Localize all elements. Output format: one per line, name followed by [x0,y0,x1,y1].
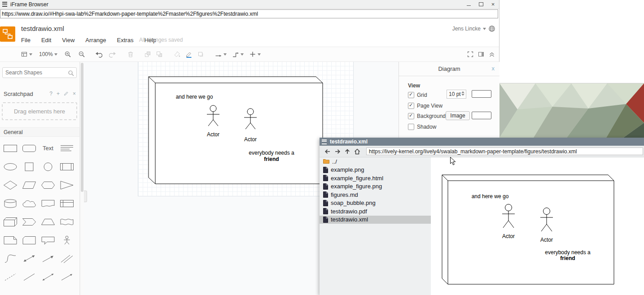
shape-square[interactable] [20,157,39,176]
format-panel-close-button[interactable]: x [492,65,495,72]
background-checkbox[interactable] [408,113,414,119]
shape-process[interactable] [57,157,76,176]
file-testdrawio.pdf[interactable]: testdrawio.pdf [320,207,431,216]
menu-extras[interactable]: Extras [117,37,134,43]
shape-arrow[interactable] [39,249,57,268]
delete-button[interactable] [127,51,134,58]
shape-directional-connector[interactable] [57,268,76,286]
file-testdrawio.xml[interactable]: testdrawio.xml [320,216,431,224]
note-label[interactable]: and here we go [176,94,213,100]
file-browser-address-bar[interactable] [366,148,643,155]
search-input[interactable] [3,68,68,77]
shape-ellipse[interactable] [1,157,20,176]
waypoints-button[interactable] [232,51,244,58]
shape-tape[interactable] [57,213,76,231]
actor2-label[interactable]: Actor [244,136,257,143]
shape-text[interactable]: Text [39,139,57,157]
collapse-toolbar-button[interactable] [488,51,495,58]
grid-color-swatch[interactable] [472,90,491,98]
scratchpad-add-button[interactable]: + [57,91,60,97]
shadow-checkbox[interactable] [408,124,414,130]
file-example-figure.html[interactable]: example_figure.html [320,174,431,182]
menu-edit[interactable]: Edit [41,37,51,43]
shape-bidirectional-arrow[interactable] [20,249,39,268]
shape-diamond[interactable] [1,176,20,194]
fullscreen-button[interactable] [467,51,474,58]
scratchpad-close-button[interactable]: × [73,91,76,97]
shape-hexagon[interactable] [39,176,57,194]
shape-link[interactable] [57,249,76,268]
maximize-button[interactable] [475,0,487,9]
shape-cylinder[interactable] [1,194,20,213]
shape-internal-storage[interactable] [57,194,76,213]
scratchpad-drop-zone[interactable]: Drag elements here [2,102,77,120]
connection-button[interactable] [215,51,227,58]
line-color-button[interactable] [185,51,193,58]
back-button[interactable] [323,147,332,156]
scratchpad-help-button[interactable]: ? [49,91,53,97]
page-view-selector-button[interactable] [21,51,32,58]
sidebar-collapse-handle[interactable] [84,191,87,202]
shape-curve[interactable] [1,249,20,268]
minimize-button[interactable] [463,0,475,9]
shape-card[interactable] [20,231,39,249]
globe-icon[interactable] [488,25,495,32]
shape-actor[interactable] [57,231,76,249]
hamburger-icon[interactable] [322,139,327,144]
up-button[interactable] [343,147,352,156]
file-example.png[interactable]: example.png [320,166,431,174]
shape-cloud[interactable] [20,194,39,213]
shape-line[interactable] [20,268,39,286]
scratchpad-edit-button[interactable] [64,91,69,97]
file-..-[interactable]: ../ [320,157,431,166]
caption-line1[interactable]: everybody needs a [249,150,294,156]
user-menu[interactable]: Jens Lincke [452,25,495,32]
format-panel-toggle-button[interactable] [478,51,485,58]
stepper-arrows-icon[interactable] [461,91,466,98]
shape-document[interactable] [39,194,57,213]
menu-arrange[interactable]: Arrange [85,37,106,43]
page-view-checkbox[interactable] [408,103,414,109]
file-figures.md[interactable]: figures.md [320,191,431,199]
shape-trapezoid[interactable] [39,213,57,231]
to-back-button[interactable] [156,51,163,58]
to-front-button[interactable] [144,51,151,58]
shape-parallelogram[interactable] [20,176,39,194]
shape-rounded-rectangle[interactable] [20,139,39,157]
shape-triangle[interactable] [57,176,76,194]
menu-view[interactable]: View [62,37,74,43]
cube-shape[interactable] [149,77,323,184]
shape-callout[interactable] [39,231,57,249]
shape-note[interactable] [1,231,20,249]
insert-button[interactable] [249,51,261,58]
undo-button[interactable] [95,51,102,58]
background-image-button[interactable]: Image [446,111,470,120]
forward-button[interactable] [333,147,342,156]
shadow-button[interactable] [197,51,204,58]
shape-textbox[interactable] [57,139,76,157]
section-general[interactable]: General [0,127,79,137]
shape-dashed-line[interactable] [1,268,20,286]
menu-file[interactable]: File [21,37,31,43]
address-bar[interactable] [0,9,498,18]
file-browser-titlebar[interactable]: testdrawio.xml [320,138,644,146]
zoom-in-button[interactable] [64,51,71,58]
close-button[interactable]: × [487,0,499,9]
background-color-swatch[interactable] [472,112,491,119]
shape-cube[interactable] [1,213,20,231]
shape-step[interactable] [20,213,39,231]
home-button[interactable] [353,147,362,156]
shape-circle[interactable] [39,157,57,176]
window-titlebar[interactable]: iFrame Browser × [0,0,499,9]
actor1-label[interactable]: Actor [207,131,219,138]
grid-checkbox[interactable] [408,92,414,98]
shape-bidirectional-connector[interactable] [39,268,57,286]
fill-color-button[interactable] [174,51,181,58]
zoom-out-button[interactable] [78,51,85,58]
file-example-figure.png[interactable]: example_figure.png [320,182,431,191]
file-soap-bubble.png[interactable]: soap_bubble.png [320,199,431,208]
caption-line2[interactable]: friend [264,156,279,162]
redo-button[interactable] [109,51,116,58]
zoom-level-button[interactable]: 100% [39,51,57,57]
grid-size-stepper[interactable]: 10 pt [447,90,466,99]
